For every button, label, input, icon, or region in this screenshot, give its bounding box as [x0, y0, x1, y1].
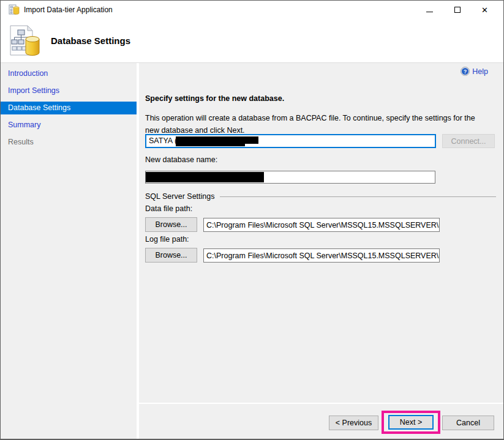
- data-tier-application-icon: [9, 4, 20, 15]
- dialog-body: Introduction Import Settings Database Se…: [1, 63, 503, 439]
- sidebar-item-results: Results: [1, 136, 137, 149]
- sidebar-item-import-settings[interactable]: Import Settings: [1, 84, 137, 97]
- db-name-field[interactable]: [145, 171, 435, 184]
- sql-server-settings-group: SQL Server Settings: [145, 192, 496, 201]
- redaction-box: [176, 136, 245, 146]
- panel-heading: Specify settings for the new database.: [145, 94, 284, 103]
- close-icon: ✕: [481, 6, 488, 14]
- help-link[interactable]: ? Help: [461, 67, 488, 76]
- svg-text:?: ?: [464, 69, 467, 75]
- help-icon: ?: [461, 67, 470, 76]
- page-title: Database Settings: [51, 35, 130, 46]
- minimize-button[interactable]: [416, 1, 443, 19]
- window-controls: ✕: [416, 1, 498, 19]
- minimize-icon: [426, 12, 433, 12]
- cancel-button[interactable]: Cancel: [442, 416, 494, 430]
- browse-log-file-button[interactable]: Browse...: [145, 248, 197, 263]
- footer-separator: [139, 403, 503, 404]
- next-button[interactable]: Next >: [388, 415, 434, 430]
- wizard-header: Database Settings: [1, 19, 503, 63]
- log-file-path-input[interactable]: [203, 248, 440, 263]
- maximize-button[interactable]: [443, 1, 471, 19]
- sidebar-item-database-settings[interactable]: Database Settings: [1, 102, 137, 114]
- connect-button[interactable]: Connect...: [442, 134, 495, 148]
- sidebar-item-summary[interactable]: Summary: [1, 119, 137, 132]
- server-name-value: SATYA (: [149, 136, 177, 145]
- redaction-box: [146, 172, 264, 182]
- redaction-box: [245, 136, 258, 144]
- group-divider-line: [220, 196, 496, 197]
- log-file-path-label: Log file path:: [145, 235, 189, 244]
- next-button-highlight-annotation: Next >: [382, 411, 440, 434]
- db-name-label: New database name:: [145, 155, 217, 164]
- server-name-field[interactable]: SATYA (: [145, 134, 436, 148]
- data-file-path-input[interactable]: [203, 218, 440, 232]
- wizard-steps-sidebar: Introduction Import Settings Database Se…: [1, 63, 137, 439]
- close-button[interactable]: ✕: [471, 1, 498, 19]
- import-data-tier-application-dialog: Import Data-tier Application ✕: [0, 0, 504, 440]
- sidebar-item-introduction[interactable]: Introduction: [1, 67, 137, 80]
- title-bar: Import Data-tier Application ✕: [1, 1, 503, 19]
- data-file-path-label: Data file path:: [145, 204, 192, 213]
- maximize-icon: [454, 7, 461, 13]
- window-title: Import Data-tier Application: [24, 6, 113, 14]
- help-label: Help: [472, 67, 488, 76]
- browse-data-file-button[interactable]: Browse...: [145, 217, 197, 232]
- database-settings-panel: ? Help Specify settings for the new data…: [139, 63, 503, 439]
- panel-description: This operation will create a database fr…: [145, 112, 488, 136]
- previous-button[interactable]: < Previous: [329, 416, 378, 430]
- group-title: SQL Server Settings: [145, 192, 214, 201]
- database-settings-icon: [7, 23, 42, 59]
